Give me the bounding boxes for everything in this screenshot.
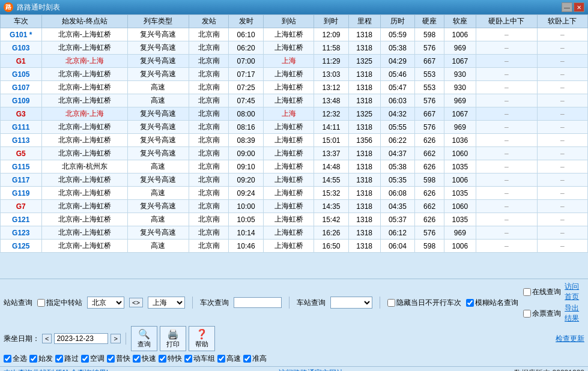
- emu-checkbox[interactable]: [184, 355, 192, 363]
- table-cell: 06:20: [229, 41, 264, 55]
- quasi-high-label[interactable]: 准高: [243, 354, 267, 364]
- normal-label[interactable]: 普快: [107, 354, 130, 364]
- table-row[interactable]: G115北京南-杭州东高速北京南09:10上海虹桥14:48131805:386…: [1, 160, 588, 173]
- table-cell: –: [476, 55, 537, 68]
- status-center[interactable]: 访问路路通官方网站: [279, 368, 344, 371]
- table-cell: 09:20: [229, 173, 264, 187]
- station-query-select[interactable]: [330, 297, 373, 309]
- table-cell: 北京南-上海虹桥: [41, 134, 127, 147]
- table-cell: –: [476, 28, 537, 41]
- specify-middle-checkbox-label[interactable]: 指定中转站: [37, 298, 82, 308]
- online-query-label[interactable]: 在线查询: [523, 282, 561, 302]
- hide-no-run-label[interactable]: 隐藏当日不开行车次: [387, 298, 461, 308]
- date-next-button[interactable]: >: [111, 334, 120, 343]
- date-input[interactable]: [54, 333, 108, 344]
- table-cell: 1325: [348, 107, 380, 121]
- date-prev-button[interactable]: <: [42, 334, 52, 343]
- table-row[interactable]: G111北京南-上海虹桥复兴号高速北京南08:16上海虹桥14:11131805…: [1, 121, 588, 134]
- app-title: 路路通时刻表: [17, 2, 60, 13]
- table-row[interactable]: G1北京南-上海复兴号高速北京南07:00上海11:29132504:29667…: [1, 55, 588, 68]
- fuzzy-station-label[interactable]: 模糊站名查询: [466, 298, 518, 308]
- table-cell: 08:16: [229, 121, 264, 134]
- check-all-label[interactable]: 全选: [4, 354, 27, 364]
- close-button[interactable]: ✕: [574, 2, 584, 12]
- high-speed-checkbox[interactable]: [217, 355, 225, 363]
- normal-checkbox[interactable]: [107, 355, 115, 363]
- table-cell: 15:32: [314, 187, 349, 200]
- table-cell: –: [476, 68, 537, 81]
- table-cell: 06:22: [380, 134, 415, 147]
- table-cell: 复兴号高速: [127, 134, 189, 147]
- table-cell: 高速: [127, 160, 189, 173]
- to-station-select[interactable]: 上海: [148, 297, 185, 309]
- table-cell: –: [537, 147, 587, 160]
- minimize-button[interactable]: —: [562, 2, 572, 12]
- table-row[interactable]: G123北京南-上海虹桥复兴号高速北京南10:14上海虹桥16:26131806…: [1, 226, 588, 240]
- fast-checkbox[interactable]: [133, 355, 141, 363]
- express-label[interactable]: 特快: [159, 354, 182, 364]
- table-row[interactable]: G117北京南-上海虹桥复兴号高速北京南09:20上海虹桥14:55131805…: [1, 173, 588, 187]
- table-cell: 上海虹桥: [263, 213, 314, 226]
- start-only-label[interactable]: 始发: [29, 354, 53, 364]
- print-label: 打印: [166, 340, 180, 349]
- remain-ticket-label[interactable]: 余票查询: [523, 303, 561, 324]
- quasi-high-checkbox[interactable]: [243, 355, 251, 363]
- table-cell: 969: [444, 41, 476, 55]
- from-station-select[interactable]: 北京: [87, 297, 124, 309]
- table-cell: –: [476, 41, 537, 55]
- table-row[interactable]: G103北京南-上海虹桥复兴号高速北京南06:20上海虹桥11:58131805…: [1, 41, 588, 55]
- table-row[interactable]: G101 *北京南-上海虹桥复兴号高速北京南06:10上海虹桥12:091318…: [1, 28, 588, 41]
- table-row[interactable]: G105北京南-上海虹桥复兴号高速北京南07:17上海虹桥13:03131805…: [1, 68, 588, 81]
- table-row[interactable]: G7北京南-上海虹桥复兴号高速北京南10:00上海虹桥14:35131804:3…: [1, 200, 588, 213]
- col-route: 始发站-终点站: [41, 15, 127, 28]
- train-query-input[interactable]: [234, 297, 282, 308]
- table-cell: 北京南-上海: [41, 55, 127, 68]
- air-con-label[interactable]: 空调: [81, 354, 105, 364]
- pass-through-checkbox[interactable]: [55, 355, 63, 363]
- swap-stations-button[interactable]: <>: [129, 298, 143, 307]
- air-con-checkbox[interactable]: [81, 355, 89, 363]
- table-row[interactable]: G3北京南-上海复兴号高速北京南08:00上海12:32132504:32667…: [1, 107, 588, 121]
- check-update-link[interactable]: 检查更新: [556, 334, 584, 343]
- print-button[interactable]: 🖨️ 打印: [160, 326, 186, 351]
- table-cell: 07:25: [229, 81, 264, 94]
- table-row[interactable]: G107北京南-上海虹桥高速北京南07:25上海虹桥13:12131805:47…: [1, 81, 588, 94]
- table-row[interactable]: G109北京南-上海虹桥高速北京南07:45上海虹桥13:48131806:03…: [1, 94, 588, 107]
- high-speed-label[interactable]: 高速: [217, 354, 241, 364]
- table-row[interactable]: G125北京南-上海虹桥高速北京南10:46上海虹桥16:50131806:04…: [1, 240, 588, 253]
- hide-no-run-checkbox[interactable]: [387, 299, 395, 307]
- table-cell: 667: [415, 107, 444, 121]
- help-icon: ❓: [196, 328, 208, 340]
- check-all-checkbox[interactable]: [4, 355, 11, 363]
- visit-homepage-link[interactable]: 访问首页: [565, 282, 584, 302]
- table-cell: 1006: [444, 28, 476, 41]
- table-cell: 969: [444, 226, 476, 240]
- table-cell: G7: [1, 200, 42, 213]
- query-button[interactable]: 🔍 查询: [131, 326, 157, 351]
- table-cell: 06:03: [380, 94, 415, 107]
- table-cell: –: [537, 107, 587, 121]
- table-row[interactable]: G113北京南-上海虹桥复兴号高速北京南08:39上海虹桥15:01135606…: [1, 134, 588, 147]
- table-cell: 1318: [348, 147, 380, 160]
- table-cell: 高速: [127, 240, 189, 253]
- emu-label[interactable]: 动车组: [184, 354, 215, 364]
- specify-middle-checkbox[interactable]: [37, 299, 45, 307]
- fast-label[interactable]: 快速: [133, 354, 156, 364]
- export-results-link[interactable]: 导出结果: [565, 303, 584, 324]
- pass-through-label[interactable]: 路过: [55, 354, 79, 364]
- table-cell: –: [537, 41, 587, 55]
- table-cell: 16:50: [314, 240, 349, 253]
- start-only-checkbox[interactable]: [29, 355, 37, 363]
- table-row[interactable]: G5北京南-上海虹桥复兴号高速北京南09:00上海虹桥13:37131804:3…: [1, 147, 588, 160]
- table-row[interactable]: G121北京南-上海虹桥高速北京南10:05上海虹桥15:42131805:37…: [1, 213, 588, 226]
- table-cell: 13:37: [314, 147, 349, 160]
- col-dep-time: 发时: [229, 15, 264, 28]
- help-button[interactable]: ❓ 帮助: [189, 326, 215, 351]
- table-row[interactable]: G119北京南-上海虹桥高速北京南09:24上海虹桥15:32131806:08…: [1, 187, 588, 200]
- table-cell: –: [537, 240, 587, 253]
- express-checkbox[interactable]: [159, 355, 166, 363]
- remain-ticket-checkbox[interactable]: [523, 310, 531, 318]
- online-query-checkbox[interactable]: [523, 288, 531, 296]
- fuzzy-station-checkbox[interactable]: [466, 299, 474, 307]
- table-cell: 1060: [444, 200, 476, 213]
